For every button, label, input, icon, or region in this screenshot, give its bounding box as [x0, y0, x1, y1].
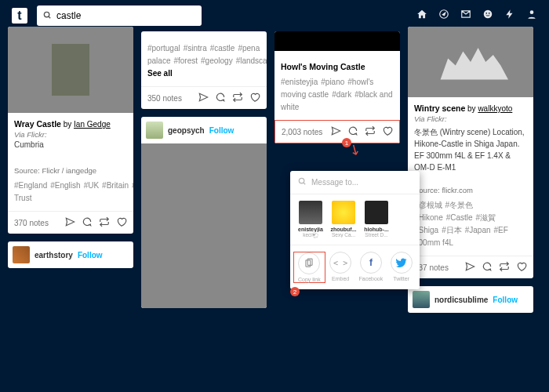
- svg-line-8: [304, 183, 305, 184]
- explore-icon[interactable]: [438, 9, 449, 23]
- svg-point-0: [44, 12, 49, 16]
- follow-button[interactable]: Follow: [209, 126, 235, 135]
- tag[interactable]: #日本: [442, 226, 462, 234]
- username[interactable]: nordicsublime: [434, 296, 488, 304]
- tag[interactable]: #Japan: [465, 226, 491, 234]
- share-contact[interactable]: hiohub-...Street D...: [362, 201, 391, 238]
- search-input[interactable]: [56, 10, 195, 21]
- tag[interactable]: #England: [14, 181, 47, 190]
- avatar: [332, 201, 355, 224]
- share-icon[interactable]: [464, 261, 475, 274]
- share-message-input[interactable]: Message to...: [290, 171, 420, 194]
- column-1: Wray Castle by Ian Gedge Via Flickr: Cum…: [8, 31, 133, 313]
- via-label: Via Flickr:: [414, 114, 527, 123]
- share-contacts: enisteyjiakeci🐑zhoubuf...Sexy Ca...hiohu…: [290, 194, 420, 245]
- reply-icon[interactable]: [347, 125, 358, 138]
- author-link[interactable]: Ian Gedge: [74, 120, 111, 129]
- tw-icon: [391, 252, 413, 274]
- top-nav-icons: [416, 9, 537, 23]
- tag[interactable]: #castle: [210, 44, 235, 53]
- post-image[interactable]: [408, 27, 533, 97]
- share-option-label: Twitter: [386, 276, 416, 281]
- username[interactable]: geopsych: [168, 126, 205, 135]
- avatar[interactable]: [413, 291, 430, 308]
- share-option-copy-link[interactable]: Copy link: [293, 252, 325, 283]
- inbox-icon[interactable]: [460, 9, 471, 23]
- source-label: Source: flickr.com: [414, 186, 527, 194]
- tag[interactable]: #geology: [201, 56, 233, 65]
- post-card: Wintry scene by walkkyoto Via Flickr: 冬景…: [408, 27, 533, 278]
- tag[interactable]: #滋賀: [476, 213, 496, 222]
- reply-icon[interactable]: [215, 92, 226, 104]
- post-card: #portugal#sintra#castle#pena palace#fore…: [141, 31, 267, 109]
- reblog-icon[interactable]: [499, 261, 510, 274]
- tag[interactable]: #dark: [332, 90, 351, 99]
- post-image[interactable]: [141, 143, 267, 308]
- tag[interactable]: #Britain: [102, 181, 129, 190]
- tag[interactable]: #enisteyjia: [281, 78, 318, 86]
- share-icon[interactable]: [198, 92, 209, 104]
- share-icon[interactable]: [64, 216, 75, 229]
- notes-count[interactable]: 370 notes: [14, 219, 49, 227]
- see-all-link[interactable]: See all: [147, 69, 173, 78]
- like-icon[interactable]: [116, 216, 127, 229]
- tag[interactable]: #portugal: [147, 44, 180, 53]
- avatar: [299, 201, 322, 224]
- post-media[interactable]: [274, 31, 400, 51]
- tag[interactable]: #British: [132, 181, 133, 190]
- tag[interactable]: #sintra: [184, 44, 207, 53]
- follow-button[interactable]: Follow: [493, 296, 518, 304]
- post-card: geopsych Follow: [141, 117, 267, 308]
- reblog-icon[interactable]: [365, 125, 376, 138]
- author-link[interactable]: walkkyoto: [478, 104, 512, 113]
- share-option-twitter[interactable]: Twitter: [386, 252, 416, 283]
- like-icon[interactable]: [516, 261, 527, 274]
- post-description: 冬景色 (Wintry scene) Location, Hikone-Cast…: [414, 126, 527, 173]
- reply-icon[interactable]: [82, 216, 93, 229]
- column-4: Wintry scene by walkkyoto Via Flickr: 冬景…: [408, 31, 533, 313]
- search-box[interactable]: [37, 5, 202, 26]
- dashboard-columns: Wray Castle by Ian Gedge Via Flickr: Cum…: [0, 31, 549, 313]
- svg-point-4: [485, 13, 487, 14]
- share-option-label: Facebook: [356, 276, 387, 281]
- share-contact[interactable]: zhoubuf...Sexy Ca...: [329, 201, 358, 238]
- tag[interactable]: #冬景色: [445, 201, 474, 209]
- svg-point-6: [530, 10, 534, 14]
- account-icon[interactable]: [526, 9, 537, 23]
- svg-point-7: [299, 178, 304, 183]
- share-option-facebook[interactable]: fFacebook: [356, 252, 387, 283]
- follow-button[interactable]: Follow: [78, 251, 103, 260]
- post-footer: 350 notes: [141, 86, 267, 109]
- tag[interactable]: #piano: [321, 78, 344, 86]
- tag[interactable]: #Castle: [446, 213, 473, 222]
- like-icon[interactable]: [249, 92, 260, 104]
- reblog-icon[interactable]: [99, 216, 110, 229]
- svg-point-5: [489, 13, 490, 14]
- share-contact[interactable]: enisteyjiakeci🐑: [296, 201, 325, 238]
- tumblr-logo[interactable]: t: [12, 8, 27, 24]
- annotation-badge-2: 2: [290, 287, 300, 296]
- post-tags: #England#English#UK#Britain#British#Cumb…: [14, 180, 127, 205]
- avatar[interactable]: [146, 122, 163, 139]
- activity-icon[interactable]: [504, 9, 515, 23]
- reblog-icon[interactable]: [232, 92, 243, 104]
- avatar[interactable]: [13, 246, 30, 263]
- post-image[interactable]: [8, 27, 133, 113]
- tag[interactable]: #forest: [173, 56, 198, 65]
- messaging-icon[interactable]: [482, 9, 493, 23]
- tag[interactable]: #UK: [84, 181, 99, 190]
- svg-line-1: [49, 16, 50, 18]
- search-icon: [298, 177, 307, 187]
- notes-count[interactable]: 2,003 notes: [282, 128, 322, 136]
- share-icon[interactable]: [330, 125, 341, 138]
- tag[interactable]: #landscape: [236, 56, 267, 65]
- reply-icon[interactable]: [482, 261, 493, 274]
- tag[interactable]: #English: [50, 181, 80, 190]
- username[interactable]: earthstory: [35, 251, 73, 260]
- share-option-embed[interactable]: < >Embed: [325, 252, 356, 283]
- like-icon[interactable]: [382, 125, 393, 138]
- column-2: #portugal#sintra#castle#pena palace#fore…: [141, 31, 267, 313]
- svg-point-3: [484, 10, 493, 19]
- notes-count[interactable]: 350 notes: [147, 94, 182, 103]
- home-icon[interactable]: [416, 9, 427, 23]
